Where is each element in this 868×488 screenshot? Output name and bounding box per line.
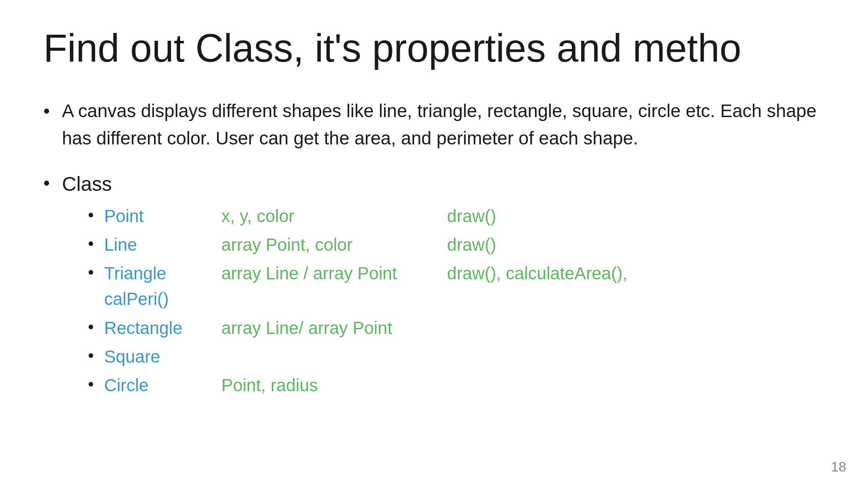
- line-name: Line: [104, 232, 221, 257]
- description-bullet-item: • A canvas displays different shapes lik…: [43, 97, 833, 152]
- point-methods: draw(): [447, 203, 496, 229]
- class-bullet-dot: •: [43, 169, 50, 197]
- triangle-extra-name: calPeri(): [104, 286, 221, 311]
- class-item-triangle: • Triangle array Line / array Point draw…: [88, 261, 628, 312]
- rectangle-bullet: •: [88, 315, 94, 339]
- point-row: Point x, y, color draw(): [104, 203, 496, 229]
- class-label: Class: [62, 169, 628, 199]
- line-bullet: •: [88, 232, 94, 256]
- triangle-name: Triangle: [104, 261, 221, 286]
- description-bullet-dot: •: [43, 97, 50, 124]
- rectangle-name: Rectangle: [104, 315, 221, 341]
- triangle-props: array Line / array Point: [221, 261, 447, 286]
- page-number: 18: [831, 459, 846, 475]
- slide-container: Find out Class, it's properties and meth…: [0, 0, 868, 488]
- class-item-point: • Point x, y, color draw(): [88, 203, 628, 229]
- circle-bullet: •: [88, 373, 94, 396]
- slide-title: Find out Class, it's properties and meth…: [43, 26, 833, 71]
- class-sub-list: • Point x, y, color draw() • Line array …: [88, 203, 628, 398]
- circle-name: Circle: [104, 373, 221, 398]
- square-bullet: •: [88, 344, 94, 368]
- rectangle-row: Rectangle array Line/ array Point: [104, 315, 447, 341]
- triangle-extra-line: calPeri(): [104, 286, 628, 312]
- line-methods: draw(): [447, 232, 496, 257]
- circle-props: Point, radius: [221, 373, 447, 398]
- triangle-methods: draw(), calculateArea(),: [447, 261, 628, 286]
- class-item-circle: • Circle Point, radius: [88, 373, 628, 398]
- point-bullet: •: [88, 203, 94, 227]
- square-row: Square: [104, 344, 447, 369]
- triangle-bullet: •: [88, 261, 94, 285]
- line-row: Line array Point, color draw(): [104, 232, 496, 257]
- square-name: Square: [104, 344, 221, 369]
- triangle-content: Triangle array Line / array Point draw()…: [104, 261, 628, 312]
- class-item-rectangle: • Rectangle array Line/ array Point: [88, 315, 628, 341]
- line-props: array Point, color: [221, 232, 447, 257]
- main-bullet-list: • A canvas displays different shapes lik…: [43, 97, 833, 402]
- rectangle-props: array Line/ array Point: [221, 315, 447, 341]
- class-item-square: • Square: [88, 344, 628, 369]
- description-text: A canvas displays different shapes like …: [62, 97, 833, 152]
- point-props: x, y, color: [221, 203, 447, 229]
- circle-row: Circle Point, radius: [104, 373, 447, 398]
- class-content: Class • Point x, y, color draw() • Li: [62, 169, 628, 402]
- class-bullet-item: • Class • Point x, y, color draw() •: [43, 169, 833, 402]
- point-name: Point: [104, 203, 221, 229]
- triangle-row: Triangle array Line / array Point draw()…: [104, 261, 628, 286]
- class-item-line: • Line array Point, color draw(): [88, 232, 628, 257]
